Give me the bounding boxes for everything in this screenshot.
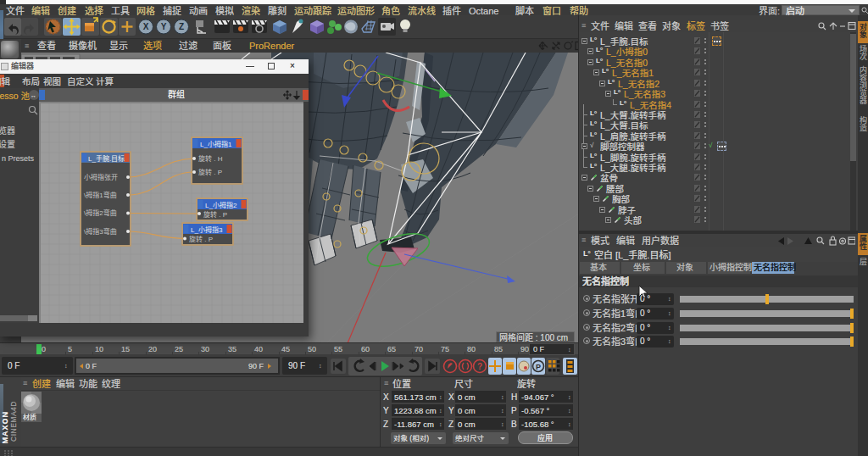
svg-text:旋转 . P: 旋转 . P <box>198 168 222 176</box>
svg-text:\拇指3弯曲: \拇指3弯曲 <box>84 227 117 236</box>
svg-text:旋转 . P: 旋转 . P <box>203 210 227 219</box>
svg-text:L_小拇指2: L_小拇指2 <box>205 201 237 209</box>
svg-text:X: X <box>143 22 149 31</box>
svg-text:\拇指2弯曲: \拇指2弯曲 <box>84 209 117 217</box>
svg-text:旋转 . P: 旋转 . P <box>189 235 213 243</box>
svg-text:L_小拇指3: L_小拇指3 <box>191 225 223 234</box>
svg-text:\拇指1弯曲: \拇指1弯曲 <box>84 191 117 199</box>
svg-text:Z: Z <box>179 22 184 31</box>
svg-text:小拇指张开: 小拇指张开 <box>84 173 118 181</box>
svg-text:?: ? <box>477 362 482 371</box>
svg-text:L_手腕.目标: L_手腕.目标 <box>88 154 125 163</box>
svg-text:Y: Y <box>161 22 167 31</box>
svg-text:旋转 . H: 旋转 . H <box>198 154 223 163</box>
svg-text:L_小拇指1: L_小拇指1 <box>200 140 232 148</box>
svg-text:P: P <box>536 363 541 371</box>
